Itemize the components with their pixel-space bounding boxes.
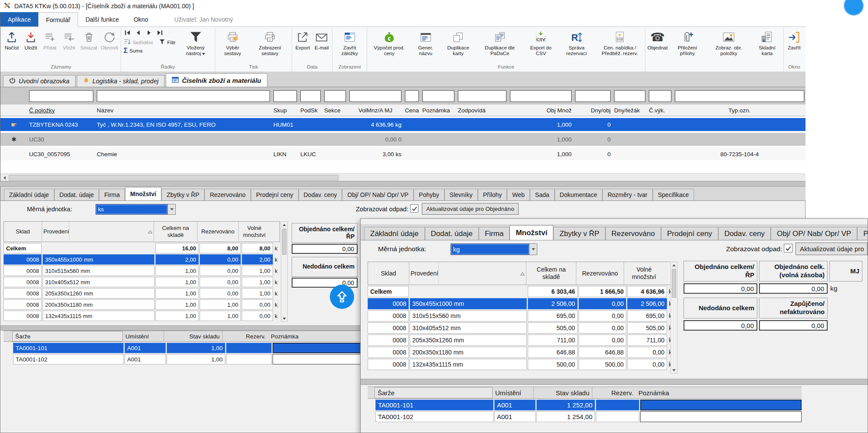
tab-zakladni-udaje[interactable]: Základní údaje xyxy=(364,227,425,240)
col-header-dnylezak[interactable]: Dny/ležák xyxy=(612,107,647,114)
tab-dokumentace[interactable]: Dokumentace xyxy=(555,189,602,200)
table-row[interactable]: TA0001-102 A001 1 254,00 xyxy=(368,411,802,422)
tab-mnozstvi[interactable]: Množství xyxy=(125,187,161,200)
scroll-left-icon[interactable] xyxy=(1,174,8,181)
scroll-down-icon[interactable] xyxy=(671,367,677,373)
menu-dalsi-funkce[interactable]: Další funkce xyxy=(78,12,126,26)
prilozeni-prilohy-button[interactable]: Přiložení přílohy xyxy=(669,27,706,57)
col-rezervovano[interactable]: Rezervováno xyxy=(197,222,239,242)
table-row[interactable]: UC30_0057095ChemieLIKNLKUC3,00 ks1,00008… xyxy=(0,148,806,161)
vlozeny-nastroj-button[interactable]: Vložený nástroj xyxy=(177,27,214,57)
pridat-button[interactable]: Přidat xyxy=(40,27,59,51)
tab-sada[interactable]: Sada xyxy=(530,189,555,200)
col-header-cena[interactable]: Cena xyxy=(403,107,421,114)
filtr-button[interactable]: Filtr xyxy=(159,39,175,46)
aktualizovat-button[interactable]: Aktualizovat údaje pro xyxy=(796,243,868,255)
table-row[interactable]: 0008200x350x1180 mm646,88646,880,00k xyxy=(368,347,674,358)
splitter[interactable] xyxy=(0,181,806,187)
tab-web[interactable]: Web xyxy=(507,189,530,200)
upload-action-button[interactable] xyxy=(330,285,354,309)
zobrazovat-odpad-checkbox[interactable] xyxy=(410,204,418,213)
table-row[interactable]: TA0001-101 A001 1,00 xyxy=(3,343,416,353)
filter-input-cvyk[interactable] xyxy=(649,90,671,102)
col-stav-skladu[interactable]: Stav skladu xyxy=(164,331,223,341)
tab-dodat-udaje[interactable]: Dodat. údaje xyxy=(54,189,99,200)
scrollbar-thumb[interactable] xyxy=(9,175,339,180)
horizontal-scrollbar[interactable] xyxy=(0,174,806,181)
vlozit-button[interactable]: Vložit xyxy=(59,27,79,51)
tab-uvodni-obrazovka[interactable]: Úvodní obrazovka xyxy=(3,75,76,87)
tab-mnozstvi[interactable]: Množství xyxy=(510,225,553,240)
table-row[interactable]: 0008200x350x1180 mm1,001,000,00k xyxy=(3,299,280,310)
col-header-cpolozky[interactable]: Č.položky xyxy=(27,107,95,114)
export-button[interactable]: Export xyxy=(293,27,312,51)
tab-pohyby[interactable]: Pohyby xyxy=(414,189,444,200)
export-csv-button[interactable]: CSVExport do CSV xyxy=(524,27,558,57)
col-header-nazev[interactable]: Název xyxy=(95,107,272,114)
col-header-zodpovida[interactable]: Zodpovídá xyxy=(456,107,508,114)
unit-dropdown[interactable]: kg xyxy=(450,243,537,255)
next-record-icon[interactable] xyxy=(146,30,152,36)
last-record-icon[interactable] xyxy=(157,30,163,36)
col-sklad[interactable]: Sklad xyxy=(4,222,42,242)
tab-dodav-ceny[interactable]: Dodav. ceny xyxy=(299,189,342,200)
tab-ciselnik-zbozi[interactable]: Číselník zboží a materiálu xyxy=(166,73,267,87)
previous-record-icon[interactable] xyxy=(135,30,141,36)
setrideni-button[interactable]: Setřídění xyxy=(124,38,153,46)
ulozit-button[interactable]: Uložit xyxy=(21,27,40,51)
skladni-karta-button[interactable]: Skladní karta xyxy=(752,27,783,57)
table-row[interactable]: 0008205x350x1260 mm711,000,00711,00k xyxy=(368,335,674,346)
menu-okno[interactable]: Okno xyxy=(126,12,155,26)
col-header-poznamka[interactable]: Poznámka xyxy=(421,107,456,114)
table-row[interactable]: ☛ TZBYTEKNA 0243Tyč , W.Nr.1.2343, EN IS… xyxy=(0,118,806,131)
tab-firma[interactable]: Firma xyxy=(99,189,125,200)
table-row[interactable]: TA0001-101 A001 1 252,00 xyxy=(368,400,802,410)
col-umisteni[interactable]: Umístění xyxy=(123,331,164,341)
poznamka-cell[interactable] xyxy=(640,400,802,410)
col-stav-skladu[interactable]: Stav skladu xyxy=(534,387,592,398)
suma-button[interactable]: ΣSuma xyxy=(124,47,143,55)
tab-zakladni-udaje[interactable]: Základní údaje xyxy=(4,189,54,200)
first-record-icon[interactable] xyxy=(125,30,130,36)
zavrit-button[interactable]: Zavřít xyxy=(785,27,804,51)
filter-input-podsk[interactable] xyxy=(300,90,321,102)
table-row[interactable]: 0008310x515x560 mm695,000,00695,00k xyxy=(368,310,674,321)
vyber-sestavy-button[interactable]: ?Výběr sestavy xyxy=(216,27,249,57)
duplikace-padace-button[interactable]: Duplikace dle PaDaCe xyxy=(476,27,524,57)
floating-button[interactable] xyxy=(844,0,864,16)
total-row[interactable]: Celkem 6 303,46 1 666,50 4 636,96 k xyxy=(368,286,674,297)
vertical-scrollbar[interactable] xyxy=(281,221,288,322)
filter-input-objmnoz[interactable] xyxy=(510,90,572,102)
smazat-button[interactable]: Smazat xyxy=(79,27,99,51)
tab-logistika[interactable]: Logistika - sklad, prodej xyxy=(77,75,164,87)
objednat-button[interactable]: ☎Objednat xyxy=(646,27,669,51)
tab-prodejni-ceny[interactable]: Prodejní ceny xyxy=(661,227,718,240)
table-row[interactable]: 0008350x455x1000 mm2,000,002,00k xyxy=(3,254,280,265)
duplikace-karty-button[interactable]: Duplikace karty xyxy=(441,27,476,57)
scroll-up-icon[interactable] xyxy=(671,262,677,268)
tab-zbytky[interactable]: Zbytky v ŘP xyxy=(553,227,605,240)
col-header-skup[interactable]: Skup xyxy=(272,107,299,114)
zobraz-obr-button[interactable]: Zobraz. obr. položky xyxy=(706,27,752,57)
tab-rozmery-tvar[interactable]: Rozměry - tvar xyxy=(602,189,653,200)
filter-input-cpolozky[interactable] xyxy=(29,90,93,102)
unit-dropdown[interactable]: ks xyxy=(95,204,176,215)
nacist-button[interactable]: Načíst xyxy=(2,27,21,51)
aktualizovat-button[interactable]: Aktualizovat údaje pro Objednáno xyxy=(422,203,519,215)
tab-rezervovano[interactable]: Rezervováno xyxy=(204,189,251,200)
zobrazeni-sestavy-button[interactable]: Zobrazení sestavy xyxy=(249,27,291,57)
menu-formular[interactable]: Formulář xyxy=(38,12,78,27)
scroll-up-icon[interactable] xyxy=(281,222,287,228)
table-row[interactable]: ✱ UC300,00 01,0000 xyxy=(0,133,806,146)
tab-rezervovano[interactable]: Rezervováno xyxy=(605,227,661,240)
col-header-sekce[interactable]: Sekce xyxy=(322,107,348,114)
col-poznamka[interactable]: Poznámka xyxy=(636,387,797,398)
sprava-rezervaci-button[interactable]: RSpráva rezervací xyxy=(558,27,595,57)
col-rezerv[interactable]: Rezerv. xyxy=(592,387,636,398)
table-row[interactable]: 0008350x455x1000 mm2 506,000,002 506,00k xyxy=(368,298,674,309)
col-header-objmnoz[interactable]: Obj Množ xyxy=(508,107,573,114)
tab-zbytky[interactable]: Zbytky v ŘP xyxy=(161,189,204,200)
tab-obj-op-nab[interactable]: Obj/ OP/ Nab/ Opr/ VP xyxy=(771,227,857,240)
chevron-down-icon[interactable] xyxy=(529,244,537,255)
table-row[interactable]: TA0001-102 A001 1,00 xyxy=(3,354,416,364)
